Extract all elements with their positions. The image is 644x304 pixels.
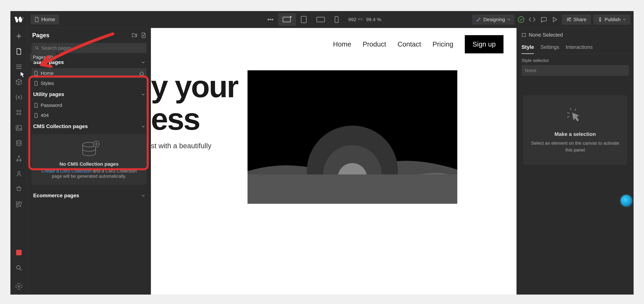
assistant-orb-icon[interactable] (620, 195, 632, 206)
cms-pages-header[interactable]: CMS Collection pages (32, 120, 146, 132)
style-selectors-icon[interactable] (14, 108, 24, 118)
canvas[interactable]: Home Product Contact Pricing Sign up y y… (151, 28, 516, 294)
style-selector-value: None (525, 68, 536, 73)
publish-button[interactable]: Publish (593, 15, 630, 25)
topbar: Home ••• 992 PX 99.4 % (10, 11, 634, 28)
page-item-label: 404 (41, 113, 49, 118)
comment-icon[interactable] (539, 15, 548, 24)
nav-link-pricing[interactable]: Pricing (432, 40, 453, 48)
share-label: Share (574, 17, 586, 22)
left-rail (10, 28, 27, 294)
right-panel: None Selected Style Settings Interaction… (516, 28, 634, 294)
nav-link-product[interactable]: Product (363, 40, 386, 48)
page-item-password[interactable]: Password (32, 100, 146, 110)
pages-icon[interactable] (14, 47, 24, 56)
logic-icon[interactable] (14, 154, 24, 163)
hero-heading-line2: ess (151, 103, 238, 135)
none-selected-label: None Selected (529, 32, 563, 38)
hero-subtext: st with a beautifully (151, 142, 238, 150)
page-item-styles[interactable]: Styles (32, 78, 146, 88)
empty-state-title: Make a selection (530, 131, 620, 137)
variables-icon[interactable] (14, 92, 24, 102)
svg-point-15 (16, 160, 18, 161)
viewport-unit: PX (358, 18, 363, 22)
right-tabs: Style Settings Interactions (517, 42, 634, 54)
nav-link-contact[interactable]: Contact (398, 40, 421, 48)
svg-rect-29 (248, 174, 457, 204)
webflow-logo[interactable] (10, 11, 27, 28)
ecommerce-icon[interactable] (14, 184, 24, 194)
page-item-label: Styles (41, 81, 54, 86)
tab-settings[interactable]: Settings (540, 42, 559, 54)
svg-point-8 (19, 110, 21, 112)
svg-rect-4 (335, 17, 338, 23)
hero-section: y your ess st with a beautifully (151, 61, 516, 213)
share-button[interactable]: Share (562, 15, 591, 25)
hero-image-placeholder (248, 70, 457, 204)
ecommerce-pages-header[interactable]: Ecommerce pages (32, 190, 146, 201)
svg-point-12 (17, 127, 18, 128)
device-desktop-button[interactable] (278, 13, 296, 26)
style-selector-input[interactable]: None (522, 65, 629, 76)
pages-panel-title: Pages (32, 32, 50, 39)
code-icon[interactable] (528, 15, 537, 24)
device-tablet-landscape-button[interactable] (312, 14, 330, 26)
cms-empty-state: No CMS Collection pages Create a CMS Col… (32, 134, 146, 185)
database-illustration-icon (79, 140, 99, 158)
cms-empty-title: No CMS Collection pages (36, 161, 142, 167)
svg-point-16 (20, 160, 21, 161)
users-icon[interactable] (14, 169, 24, 179)
signup-button[interactable]: Sign up (465, 35, 504, 53)
page-item-home[interactable]: Home (32, 68, 146, 78)
pages-panel: Pages Search pages Static pages Home (27, 28, 151, 294)
new-page-icon[interactable] (141, 33, 146, 38)
svg-rect-3 (317, 17, 324, 22)
viewport-info: 992 PX 99.4 % (348, 17, 381, 22)
viewport-width: 992 (348, 17, 356, 22)
search-placeholder: Search pages (41, 45, 72, 51)
stop-recording-icon[interactable] (14, 248, 24, 257)
device-mobile-button[interactable] (330, 13, 343, 26)
svg-point-10 (19, 113, 21, 115)
nav-link-home[interactable]: Home (333, 40, 351, 48)
status-check-icon (517, 15, 525, 24)
tab-interactions[interactable]: Interactions (566, 42, 592, 54)
assets-icon[interactable] (14, 123, 24, 133)
svg-rect-20 (16, 205, 18, 207)
navigator-icon[interactable] (14, 62, 24, 72)
svg-rect-18 (16, 202, 18, 204)
add-element-icon[interactable] (14, 31, 24, 41)
svg-rect-19 (19, 202, 22, 204)
mode-designing-button[interactable]: Designing (472, 15, 514, 25)
svg-point-7 (17, 110, 18, 112)
cms-create-link[interactable]: Create a CMS Collection (41, 168, 92, 173)
apps-icon[interactable] (14, 199, 24, 209)
empty-state-sub: Select an element on the canvas to activ… (530, 140, 620, 153)
svg-point-9 (17, 113, 18, 115)
svg-rect-2 (301, 16, 306, 23)
top-center-controls: ••• 992 PX 99.4 % (263, 13, 381, 26)
help-icon[interactable] (14, 281, 24, 291)
svg-point-6 (567, 18, 569, 20)
components-icon[interactable] (14, 77, 24, 87)
page-item-404[interactable]: 404 (32, 110, 146, 120)
device-tablet-button[interactable] (296, 13, 312, 26)
breadcrumb[interactable]: Home (30, 15, 59, 25)
svg-point-13 (16, 140, 21, 142)
tab-style[interactable]: Style (522, 42, 534, 54)
pages-tooltip: Pages (P) (30, 53, 56, 62)
search-pages-input[interactable]: Search pages (32, 43, 146, 53)
home-indicator-icon (139, 71, 144, 75)
new-folder-icon[interactable] (132, 33, 138, 38)
more-options-button[interactable]: ••• (263, 13, 278, 26)
preview-play-icon[interactable] (550, 15, 560, 24)
svg-rect-30 (522, 33, 526, 37)
mode-label: Designing (483, 17, 505, 22)
utility-pages-header[interactable]: Utility pages (32, 88, 146, 100)
none-selected-row: None Selected (517, 28, 634, 42)
cms-icon[interactable] (14, 138, 24, 148)
right-empty-state: Make a selection Select an element on th… (523, 95, 627, 165)
top-right-controls: Designing Share Publish (472, 15, 630, 25)
pages-panel-header: Pages (27, 28, 151, 41)
search-rail-icon[interactable] (14, 263, 24, 273)
